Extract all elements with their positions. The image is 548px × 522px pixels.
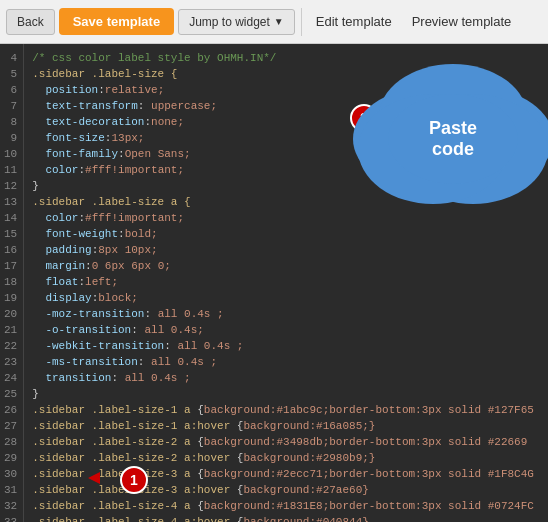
code-line: .sidebar .label-size-4 a:hover {backgrou… bbox=[32, 514, 540, 522]
save-template-button[interactable]: Save template bbox=[59, 8, 174, 35]
code-line: -o-transition: all 0.4s; bbox=[32, 322, 540, 338]
code-line: .sidebar .label-size-3 a {background:#2e… bbox=[32, 466, 540, 482]
paste-code-label: Paste code bbox=[406, 118, 500, 160]
line-numbers: 4567891011121314151617181920212223242526… bbox=[0, 44, 24, 522]
code-line: -moz-transition: all 0.4s ; bbox=[32, 306, 540, 322]
separator bbox=[301, 8, 302, 36]
code-line: color:#fff!important; bbox=[32, 210, 540, 226]
jump-to-widget-button[interactable]: Jump to widget ▼ bbox=[178, 9, 295, 35]
code-line: .sidebar .label-size-2 a:hover {backgrou… bbox=[32, 450, 540, 466]
code-line: margin:0 6px 6px 0; bbox=[32, 258, 540, 274]
jump-label: Jump to widget bbox=[189, 15, 270, 29]
code-line: .sidebar .label-size-3 a:hover {backgrou… bbox=[32, 482, 540, 498]
code-line: .sidebar .label-size-2 a {background:#34… bbox=[32, 434, 540, 450]
code-line: .sidebar .label-size-1 a {background:#1a… bbox=[32, 402, 540, 418]
code-line: -ms-transition: all 0.4s ; bbox=[32, 354, 540, 370]
code-line: -webkit-transition: all 0.4s ; bbox=[32, 338, 540, 354]
chevron-down-icon: ▼ bbox=[274, 16, 284, 27]
code-line: font-weight:bold; bbox=[32, 226, 540, 242]
code-editor[interactable]: 4567891011121314151617181920212223242526… bbox=[0, 44, 548, 522]
code-line: float:left; bbox=[32, 274, 540, 290]
code-line: .sidebar .label-size { bbox=[32, 66, 540, 82]
code-line: .sidebar .label-size a { bbox=[32, 194, 540, 210]
back-button[interactable]: Back bbox=[6, 9, 55, 35]
code-line: /* css color label style by OHMH.IN*/ bbox=[32, 50, 540, 66]
code-line: .sidebar .label-size-4 a {background:#18… bbox=[32, 498, 540, 514]
edit-template-button[interactable]: Edit template bbox=[308, 9, 400, 34]
code-line: padding:8px 10px; bbox=[32, 242, 540, 258]
badge-2: 2 bbox=[350, 104, 378, 132]
code-line: } bbox=[32, 386, 540, 402]
code-line: .sidebar .label-size-1 a:hover {backgrou… bbox=[32, 418, 540, 434]
badge-1-arrow bbox=[88, 472, 100, 484]
paste-code-cloud: Paste code bbox=[388, 94, 518, 184]
badge-1: 1 bbox=[120, 466, 148, 494]
code-line: display:block; bbox=[32, 290, 540, 306]
code-line: transition: all 0.4s ; bbox=[32, 370, 540, 386]
toolbar: Back Save template Jump to widget ▼ Edit… bbox=[0, 0, 548, 44]
preview-template-button[interactable]: Preview template bbox=[404, 9, 520, 34]
